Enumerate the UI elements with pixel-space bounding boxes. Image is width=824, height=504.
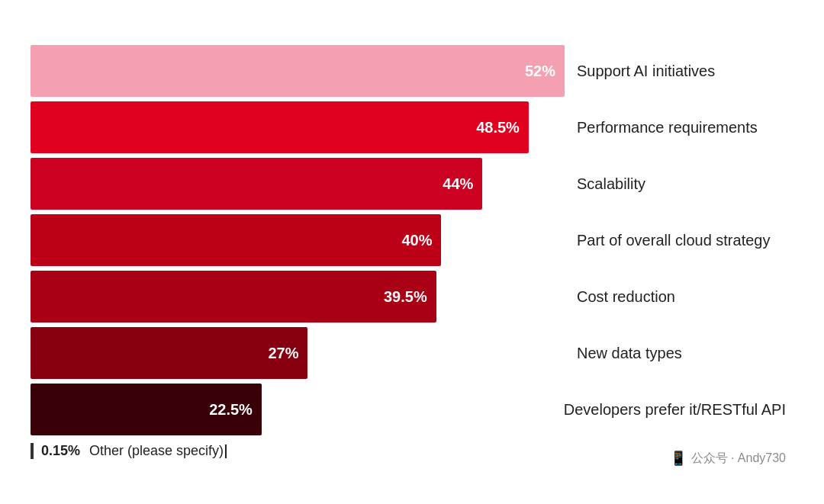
watermark-text: 公众号 · Andy730 — [691, 451, 787, 467]
bar-row-cost-reduction: 39.5%Cost reduction — [31, 271, 786, 323]
bar-text-scalability: Scalability — [577, 175, 645, 193]
bar-wrapper-cloud-strategy: 40% — [31, 214, 565, 266]
bar-wrapper-scalability: 44% — [31, 158, 565, 210]
bar-label-restful-api: 22.5% — [209, 401, 253, 419]
bar-label-cloud-strategy: 40% — [401, 232, 432, 249]
bar-row-cloud-strategy: 40%Part of overall cloud strategy — [31, 214, 786, 266]
bar-new-data: 27% — [31, 327, 307, 379]
bar-label-cost-reduction: 39.5% — [384, 288, 427, 306]
bar-row-support-ai: 52%Support AI initiatives — [31, 45, 786, 97]
bar-wrapper-performance: 48.5% — [31, 101, 565, 153]
bar-row-performance: 48.5%Performance requirements — [31, 101, 786, 153]
bar-label-scalability: 44% — [443, 175, 473, 193]
bar-row-restful-api: 22.5%Developers prefer it/RESTful API — [31, 384, 786, 435]
bar-support-ai: 52% — [31, 45, 565, 97]
wechat-icon: 📱 — [670, 450, 687, 467]
bar-wrapper-support-ai: 52% — [31, 45, 565, 97]
watermark: 📱 公众号 · Andy730 — [670, 450, 787, 467]
other-pct: 0.15% — [41, 443, 80, 459]
bar-scalability: 44% — [31, 158, 482, 210]
bar-row-scalability: 44%Scalability — [31, 158, 786, 210]
bar-text-cloud-strategy: Part of overall cloud strategy — [577, 232, 770, 249]
bar-wrapper-restful-api: 22.5% — [31, 384, 552, 435]
bar-cloud-strategy: 40% — [31, 214, 441, 266]
text-cursor — [225, 445, 227, 458]
bar-text-cost-reduction: Cost reduction — [577, 288, 675, 306]
bar-restful-api: 22.5% — [31, 384, 262, 435]
bar-row-new-data: 27%New data types — [31, 327, 786, 379]
bar-cost-reduction: 39.5% — [31, 271, 436, 323]
bar-text-new-data: New data types — [577, 345, 682, 362]
bar-label-support-ai: 52% — [525, 63, 555, 80]
bar-text-performance: Performance requirements — [577, 119, 758, 136]
chart-container: 52%Support AI initiatives48.5%Performanc… — [15, 30, 809, 474]
bar-text-restful-api: Developers prefer it/RESTful API — [564, 401, 786, 419]
bar-performance: 48.5% — [31, 101, 529, 153]
bar-wrapper-cost-reduction: 39.5% — [31, 271, 565, 323]
bar-label-performance: 48.5% — [476, 119, 520, 136]
other-label: Other (please specify) — [89, 443, 224, 459]
bar-label-new-data: 27% — [268, 345, 298, 362]
bar-text-support-ai: Support AI initiatives — [577, 63, 715, 80]
bar-wrapper-new-data: 27% — [31, 327, 565, 379]
